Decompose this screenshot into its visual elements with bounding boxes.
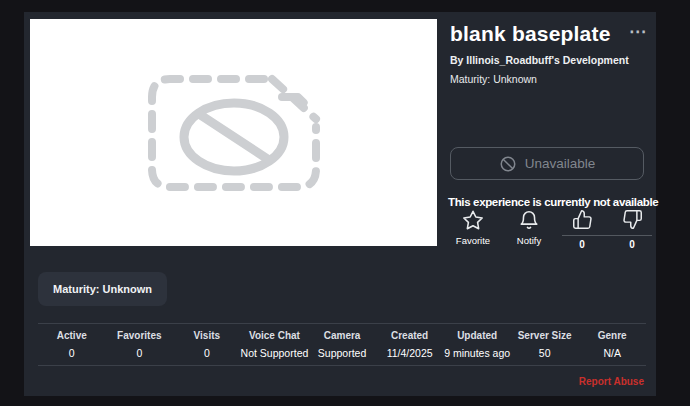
unavailable-button[interactable]: Unavailable [450,147,644,180]
actions-row: Favorite Notify 0 0 [450,209,652,257]
stat-label: Favorites [117,330,161,341]
stat-created: Created 11/4/2025 [376,324,444,365]
stat-value: N/A [603,347,621,359]
stat-label: Created [391,330,428,341]
stat-label: Visits [194,330,221,341]
stat-server-size: Server Size 50 [511,324,579,365]
stat-genre: Genre N/A [578,324,646,365]
stat-camera: Camera Supported [308,324,376,365]
notify-label: Notify [517,235,541,246]
upvote-count: 0 [579,239,585,250]
experience-info-column: blank baseplate ⋯ By Illinois_Roadbuff's… [450,22,646,85]
stat-label: Voice Chat [249,330,300,341]
experience-detail-panel: blank baseplate ⋯ By Illinois_Roadbuff's… [24,12,656,396]
unavailable-button-label: Unavailable [525,156,596,171]
thumbs-up-button[interactable]: 0 [562,209,602,250]
stat-active: Active 0 [38,324,106,365]
stat-updated: Updated 9 minutes ago [443,324,511,365]
stat-value: 0 [69,347,75,359]
stat-value: 0 [204,347,210,359]
stat-voice-chat: Voice Chat Not Supported [241,324,309,365]
page-title: blank baseplate [450,22,622,45]
notify-button[interactable]: Notify [506,209,552,246]
stat-value: Supported [318,347,366,359]
stat-label: Updated [457,330,497,341]
downvote-count: 0 [629,239,635,250]
broken-image-placeholder-icon [143,70,325,196]
stat-label: Active [57,330,87,341]
favorite-button[interactable]: Favorite [450,209,496,246]
stat-value: 9 minutes ago [444,347,510,359]
stats-strip: Active 0 Favorites 0 Visits 0 Voice Chat… [38,323,646,366]
stat-value: Not Supported [241,347,309,359]
thumbs-down-icon [622,209,643,230]
more-options-icon[interactable]: ⋯ [629,23,646,40]
stat-value: 0 [136,347,142,359]
stat-label: Camera [324,330,361,341]
stat-value: 11/4/2025 [387,347,433,359]
favorite-label: Favorite [456,235,490,246]
creator-byline[interactable]: By Illinois_Roadbuff's Development [450,54,646,66]
stat-visits: Visits 0 [173,324,241,365]
thumbs-up-icon [572,209,593,230]
stat-favorites: Favorites 0 [106,324,174,365]
stat-label: Server Size [518,330,572,341]
bell-icon [518,209,540,231]
prohibited-icon [499,155,517,173]
vote-ratio-bar [562,235,652,236]
thumbs-down-button[interactable]: 0 [612,209,652,250]
experience-thumbnail [30,19,437,246]
stat-label: Genre [598,330,627,341]
maturity-badge[interactable]: Maturity: Unknown [38,272,167,306]
star-icon [462,209,484,231]
stat-value: 50 [539,347,551,359]
report-abuse-link[interactable]: Report Abuse [579,376,644,387]
maturity-text: Maturity: Unknown [450,73,646,85]
availability-message: This experience is currently not availab… [448,196,658,208]
vote-controls: 0 0 [562,209,652,257]
